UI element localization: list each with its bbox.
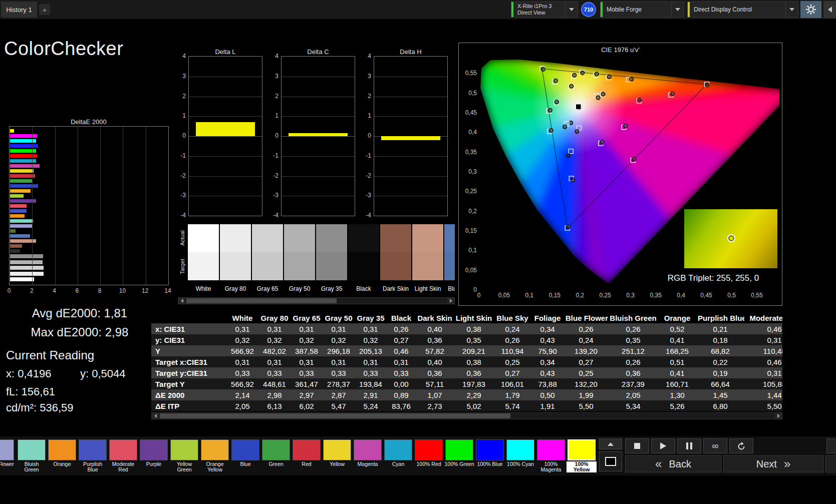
play-button[interactable] bbox=[651, 438, 675, 453]
collapse-panel-button[interactable] bbox=[823, 1, 836, 18]
deltae-bar-gray-65 bbox=[10, 266, 168, 270]
transport-partial-button[interactable] bbox=[826, 438, 836, 453]
gridline bbox=[282, 116, 355, 117]
pattern-label: Magenta bbox=[353, 461, 383, 467]
pattern-button-blue[interactable]: Blue bbox=[230, 439, 260, 472]
nav-partial-button[interactable] bbox=[825, 455, 836, 472]
pattern-button-purplish-blue[interactable]: Purplish Blue bbox=[78, 439, 108, 472]
pattern-button-cyan[interactable]: Cyan bbox=[383, 439, 413, 472]
scroll-right-icon[interactable] bbox=[775, 413, 782, 419]
gear-icon bbox=[805, 4, 816, 15]
pattern-button-orange[interactable]: Orange bbox=[47, 439, 77, 472]
pattern-label: Bluish Green bbox=[17, 461, 47, 472]
pattern-button-blue-flower[interactable]: Blue Flower bbox=[0, 439, 15, 472]
scroll-left-icon[interactable] bbox=[152, 413, 159, 419]
deltae-bar-dark-skin bbox=[10, 244, 168, 248]
y-tick-label: -2 bbox=[366, 172, 371, 179]
y-tick-label: -3 bbox=[366, 192, 371, 199]
y-tick-label: 0,55 bbox=[460, 70, 477, 77]
actual-row-label: Actual bbox=[179, 224, 185, 252]
table-cell: 66,64 bbox=[696, 378, 744, 389]
strip-scroll-thumb[interactable] bbox=[186, 298, 337, 303]
scroll-right-icon[interactable] bbox=[447, 298, 454, 304]
stop-button[interactable] bbox=[625, 438, 649, 453]
patch-label: Gray 35 bbox=[316, 285, 347, 292]
pattern-button-green[interactable]: Green bbox=[261, 439, 291, 472]
y-tick-label: -3 bbox=[180, 192, 186, 199]
meter-dropdown[interactable]: X-Rite i1Pro 3 Direct View bbox=[511, 2, 578, 18]
pattern-button-red[interactable]: Red bbox=[292, 439, 322, 472]
table-cell: 5,74 bbox=[494, 400, 531, 411]
pause-button[interactable] bbox=[677, 438, 701, 453]
delta-h-plot bbox=[374, 56, 448, 216]
add-tab-button[interactable]: + bbox=[39, 4, 50, 15]
row-label: ΔE ITP bbox=[151, 400, 226, 411]
pattern-button-orange-yellow[interactable]: Orange Yellow bbox=[200, 439, 230, 472]
measured-marker bbox=[573, 73, 577, 77]
tab-history[interactable]: History 1 bbox=[1, 2, 37, 18]
table-cell: 0,32 bbox=[226, 334, 258, 345]
table-cell: 5,34 bbox=[608, 400, 658, 411]
next-button[interactable]: Next » bbox=[723, 455, 823, 472]
pattern-label: Orange bbox=[47, 461, 77, 467]
pattern-swatch bbox=[506, 439, 534, 460]
measured-marker bbox=[549, 129, 553, 133]
pattern-dropdown-arrow[interactable] bbox=[671, 2, 684, 17]
table-cell: 0,41 bbox=[658, 334, 696, 345]
scroll-up-button[interactable] bbox=[599, 438, 622, 449]
table-cell: 83,76 bbox=[387, 400, 416, 411]
pattern-button-100-magenta[interactable]: 100% Magenta bbox=[536, 439, 566, 472]
x-tick-label: 0,05 bbox=[498, 292, 510, 299]
table-scrollbar[interactable] bbox=[151, 412, 782, 419]
table-cell: 0,26 bbox=[564, 323, 608, 334]
pattern-button-100-cyan[interactable]: 100% Cyan bbox=[505, 439, 535, 472]
deltae-bar-red bbox=[10, 174, 168, 178]
delta-c-plot bbox=[281, 56, 355, 216]
settings-button[interactable] bbox=[800, 1, 821, 18]
scroll-left-icon[interactable] bbox=[178, 298, 185, 304]
y-tick-label: 0,4 bbox=[460, 129, 477, 136]
table-cell: 0,31 bbox=[226, 323, 258, 334]
reading-y: y: 0,5044 bbox=[80, 367, 126, 380]
pattern-source-dropdown[interactable]: Mobile Forge bbox=[600, 2, 684, 18]
pattern-button-magenta[interactable]: Magenta bbox=[353, 439, 383, 472]
pattern-button-bluish-green[interactable]: Bluish Green bbox=[17, 439, 47, 472]
table-cell: 448,61 bbox=[258, 378, 291, 389]
pattern-button-purple[interactable]: Purple bbox=[139, 439, 169, 472]
pattern-button-100-green[interactable]: 100% Green bbox=[444, 439, 474, 472]
repeat-button[interactable] bbox=[729, 438, 753, 453]
table-cell: 0,31 bbox=[355, 356, 387, 367]
display-control-dropdown[interactable]: Direct Display Control bbox=[687, 2, 798, 18]
meter-dropdown-arrow[interactable] bbox=[565, 2, 578, 17]
display-dropdown-arrow[interactable] bbox=[785, 2, 798, 17]
pattern-accent-stripe bbox=[601, 2, 603, 17]
pattern-button-100-red[interactable]: 100% Red bbox=[414, 439, 444, 472]
pattern-button-yellow-green[interactable]: Yellow Green bbox=[169, 439, 199, 472]
gridline bbox=[146, 127, 146, 285]
y-tick-label: -2 bbox=[273, 172, 278, 179]
measured-marker bbox=[632, 157, 636, 161]
table-cell: 566,92 bbox=[226, 378, 258, 389]
pattern-button-100-yellow[interactable]: 100% Yellow bbox=[567, 439, 597, 472]
pattern-button-yellow[interactable]: Yellow bbox=[322, 439, 352, 472]
table-cell: 0,32 bbox=[258, 334, 291, 345]
gridline bbox=[282, 176, 355, 177]
table-cell: 0,34 bbox=[531, 356, 564, 367]
back-button[interactable]: « Back bbox=[625, 455, 721, 472]
delta-c-chart: Delta C 43210-1-2-3-4 bbox=[271, 48, 356, 224]
gridline bbox=[374, 77, 447, 77]
table-row: y: CIE310,320,320,320,320,320,270,360,35… bbox=[151, 334, 782, 345]
pattern-button-moderate-red[interactable]: Moderate Red bbox=[108, 439, 138, 472]
gridline bbox=[189, 136, 262, 137]
table-scroll-thumb[interactable] bbox=[160, 413, 510, 418]
strip-scrollbar[interactable] bbox=[178, 297, 455, 304]
measured-marker bbox=[563, 125, 567, 129]
measured-marker bbox=[555, 100, 559, 104]
pattern-window-button[interactable] bbox=[599, 451, 622, 471]
deltae2000-chart-title: DeltaE 2000 bbox=[9, 118, 168, 126]
gridline bbox=[189, 77, 262, 77]
pattern-button-100-blue[interactable]: 100% Blue bbox=[475, 439, 505, 472]
loop-button[interactable]: ∞ bbox=[703, 438, 727, 453]
stop-icon bbox=[634, 443, 640, 449]
pattern-label: Green bbox=[261, 461, 291, 467]
